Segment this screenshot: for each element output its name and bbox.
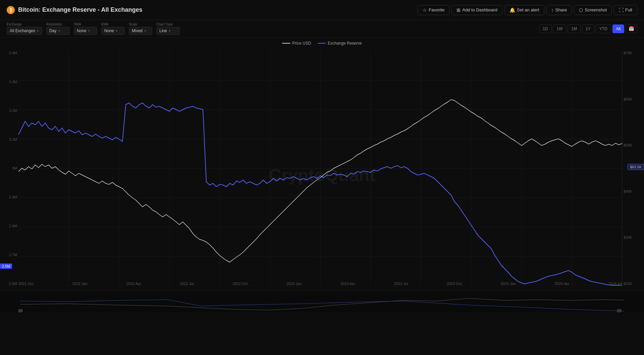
x-label-6: 2023 Apr [340,282,355,286]
y-label-7: 2.7M [1,253,17,257]
y-label-4: 3M [1,166,17,170]
legend-reserve-line [318,43,326,44]
legend-price-line [282,43,290,44]
sma-dropdown-group: SMA None ▼ [74,22,97,35]
page-title: Bitcoin: Exchange Reserve - All Exchange… [18,6,142,13]
y-label-right-4: $30K [624,235,643,239]
chart-type-dropdown-group: Chart Type Line ▼ [156,22,180,35]
y-label-8: 2.5M [1,282,17,286]
legend-exchange-reserve: Exchange Reserve [318,41,362,46]
current-price-badge: $63.5K [628,164,644,170]
x-label-1: 2022 Jan [72,282,87,286]
x-label-2: 2022 Apr [126,282,141,286]
header-actions: ☆ Favorite ⊞ Add to Dashboard 🔔 Set an a… [418,5,637,15]
x-label-7: 2023 Jul [394,282,408,286]
x-label-0: 2021 Oct [18,282,34,286]
x-label-4: 2022 Oct [233,282,248,286]
chart-type-label: Chart Type [156,22,180,26]
y-label-right-3: $40K [624,189,643,193]
x-label-11: 2024 Jul [608,282,622,286]
x-label-10: 2024 Apr [555,282,570,286]
header: ₿ Bitcoin: Exchange Reserve - All Exchan… [0,0,644,20]
screenshot-icon: ⬡ [579,7,583,13]
resolution-label: Resolution [46,22,70,26]
share-icon: ↑ [551,7,554,13]
add-dashboard-button[interactable]: ⊞ Add to Dashboard [451,5,502,15]
svg-rect-24 [617,309,621,312]
y-axis-left: 3.4M 3.3M 3.2M 3.1M 3M 2.9M 2.8M 2.7M 2.… [0,51,18,286]
y-label-1: 3.3M [1,80,17,84]
chevron-down-icon: ▼ [88,29,91,33]
scale-label: Scale [129,22,152,26]
toolbar-right: 1D 1W 1M 1Y YTD All 📅 [539,24,637,33]
y-label-6: 2.8M [1,224,17,228]
legend-reserve-label: Exchange Reserve [328,41,362,46]
time-btn-1y[interactable]: 1Y [582,24,594,33]
legend-price-label: Price USD [292,41,311,46]
exchange-dropdown[interactable]: All Exchanges ▼ [7,27,42,35]
x-label-3: 2022 Jul [180,282,194,286]
y-label-right-5: $20K [624,282,643,286]
y-label-2: 3.2M [1,109,17,113]
sma-dropdown[interactable]: None ▼ [74,27,97,35]
current-value-badge: 2.5M [0,263,12,269]
x-label-9: 2024 Jan [500,282,516,286]
calendar-button[interactable]: 📅 [626,24,637,33]
time-btn-1m[interactable]: 1M [568,24,581,33]
share-button[interactable]: ↑ Share [546,5,572,15]
y-label-3: 3.1M [1,137,17,141]
chart-type-dropdown[interactable]: Line ▼ [156,27,180,35]
y-label-right-1: $60K [624,97,643,101]
scale-dropdown-group: Scale Mixed ▼ [129,22,152,35]
screenshot-button[interactable]: ⬡ Screenshot [574,5,612,15]
time-btn-ytd[interactable]: YTD [596,24,611,33]
bell-icon: 🔔 [509,7,515,13]
y-label-right-0: $70K [624,51,643,55]
set-alert-button[interactable]: 🔔 Set an alert [504,5,544,15]
dashboard-icon: ⊞ [457,7,461,13]
toolbar-left: Exchange All Exchanges ▼ Resolution Day … [7,22,180,35]
chevron-down-icon: ▼ [115,29,118,33]
chevron-down-icon: ▼ [168,29,171,33]
y-label-0: 3.4M [1,51,17,55]
chart-legend: Price USD Exchange Reserve [282,41,362,46]
sma-label: SMA [74,22,97,26]
time-btn-1w[interactable]: 1W [553,24,566,33]
calendar-icon: 📅 [629,26,634,31]
ema-label: EMA [101,22,125,26]
chevron-down-icon: ▼ [37,29,39,33]
mini-chart[interactable] [0,291,644,312]
chart-container: Price USD Exchange Reserve CryptoQuant 3… [0,38,644,312]
header-left: ₿ Bitcoin: Exchange Reserve - All Exchan… [7,6,142,14]
x-label-8: 2023 Oct [447,282,462,286]
y-label-right-2: $50K [624,143,643,147]
star-icon: ☆ [423,7,427,13]
legend-price-usd: Price USD [282,41,311,46]
chevron-down-icon: ▼ [58,29,60,33]
ema-dropdown-group: EMA None ▼ [101,22,125,35]
ema-dropdown[interactable]: None ▼ [101,27,125,35]
main-chart-svg [18,51,622,286]
fullscreen-icon: ⛶ [619,7,624,13]
btc-icon: ₿ [7,6,15,14]
exchange-dropdown-group: Exchange All Exchanges ▼ [7,22,42,35]
y-label-5: 2.9M [1,195,17,199]
time-btn-1d[interactable]: 1D [539,24,551,33]
chevron-down-icon: ▼ [144,29,147,33]
resolution-dropdown[interactable]: Day ▼ [46,27,70,35]
time-btn-all[interactable]: All [612,24,624,33]
scale-dropdown[interactable]: Mixed ▼ [129,27,152,35]
exchange-label: Exchange [7,22,42,26]
resolution-dropdown-group: Resolution Day ▼ [46,22,70,35]
x-label-5: 2023 Jan [286,282,302,286]
full-button[interactable]: ⛶ Full [614,5,637,15]
toolbar: Exchange All Exchanges ▼ Resolution Day … [0,20,644,38]
favorite-button[interactable]: ☆ Favorite [418,5,449,15]
x-axis: 2021 Oct 2022 Jan 2022 Apr 2022 Jul 2022… [18,282,622,286]
svg-rect-23 [18,309,22,312]
mini-chart-svg [0,291,644,313]
